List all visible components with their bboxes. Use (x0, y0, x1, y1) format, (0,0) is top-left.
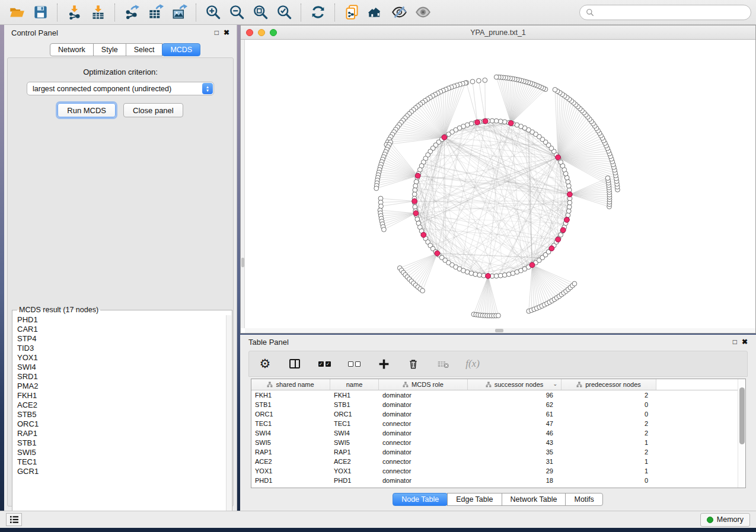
zoom-in-button[interactable] (201, 2, 225, 23)
tab-style[interactable]: Style (93, 43, 126, 56)
houses-icon (368, 4, 384, 20)
mcds-result-item[interactable]: CAR1 (13, 325, 225, 334)
mcds-result-item[interactable]: STP4 (13, 334, 225, 344)
deselect-all-rows-button[interactable] (346, 356, 362, 371)
mcds-result-item[interactable]: YOX1 (13, 353, 225, 363)
table-row[interactable]: RAP1RAP1dominator352 (251, 447, 656, 457)
mcds-result-item[interactable]: GCR1 (13, 467, 225, 476)
mcds-result-item[interactable]: STB1 (13, 438, 225, 448)
tree-icon (267, 382, 273, 387)
mcds-result-item[interactable]: SRD1 (13, 372, 225, 382)
unchecked-boxes-icon (348, 361, 361, 367)
function-builder-button[interactable]: f(x) (465, 356, 480, 371)
network-graph[interactable] (241, 40, 755, 333)
zoom-fit-button[interactable] (248, 2, 272, 23)
network-vertical-scrollbar[interactable] (241, 40, 245, 328)
table-row[interactable]: FKH1FKH1dominator962 (251, 390, 656, 400)
delete-column-button[interactable] (406, 356, 421, 371)
mcds-result-scrollbar[interactable] (226, 315, 231, 525)
tab-mcds[interactable]: MCDS (162, 43, 200, 56)
table-settings-button[interactable]: ⚙ (257, 356, 273, 371)
show-panels-button[interactable] (6, 513, 22, 526)
select-all-rows-button[interactable]: ✓✓ (317, 356, 332, 371)
criterion-selected-value: largest connected component (undirected) (33, 85, 171, 93)
table-row[interactable]: TEC1TEC1connector472 (251, 419, 656, 428)
tab-select[interactable]: Select (126, 43, 163, 56)
network-horizontal-scrollbar[interactable] (245, 328, 755, 333)
apply-preferred-layout-button[interactable] (306, 2, 330, 23)
zoom-out-button[interactable] (225, 2, 248, 23)
zoom-selected-button[interactable] (272, 2, 296, 23)
open-session-button[interactable] (5, 2, 28, 23)
network-window: YPA_prune.txt_1 (240, 25, 756, 334)
tab-network[interactable]: Network (50, 43, 94, 56)
mcds-result-item[interactable]: TEC1 (13, 457, 225, 467)
tab-network-table[interactable]: Network Table (502, 493, 566, 506)
show-all-button[interactable] (411, 2, 435, 23)
export-image-button[interactable] (167, 2, 191, 23)
mcds-result-item[interactable]: SWI4 (13, 363, 225, 372)
mcds-result-item[interactable]: TID3 (13, 344, 225, 353)
tab-edge-table[interactable]: Edge Table (447, 493, 502, 506)
network-vertical-scrollbar-thumb[interactable] (241, 258, 244, 267)
delete-table-button[interactable] (435, 356, 451, 371)
add-column-button[interactable] (376, 356, 391, 371)
network-from-selection-button[interactable] (340, 2, 363, 23)
save-session-button[interactable] (28, 2, 52, 23)
table-row[interactable]: STB1STB1dominator620 (251, 400, 656, 409)
table-row[interactable]: ORC1ORC1dominator610 (251, 409, 656, 419)
mcds-result-item[interactable]: PMA2 (13, 382, 225, 391)
run-mcds-button[interactable]: Run MCDS (58, 103, 116, 117)
mcds-result-item[interactable]: ORC1 (13, 419, 225, 429)
tab-motifs[interactable]: Motifs (565, 493, 602, 506)
mcds-result-item[interactable]: RAP1 (13, 429, 225, 438)
table-row[interactable]: SWI4SWI4dominator462 (251, 428, 656, 438)
export-table-button[interactable] (143, 2, 167, 23)
mcds-result-item[interactable]: SWI5 (13, 448, 225, 457)
mcds-result-item[interactable]: STB5 (13, 410, 225, 419)
mcds-result-item[interactable]: PHD1 (13, 315, 225, 325)
column-header-shared-name[interactable]: shared name (251, 379, 330, 390)
toolbar-separator (57, 4, 58, 21)
function-icon: f(x) (465, 358, 480, 370)
column-header-successor-nodes[interactable]: successor nodes⌄ (468, 379, 562, 390)
control-panel-tabs: Network Style Select MCDS (50, 43, 200, 56)
zoom-in-icon (205, 4, 221, 20)
table-row[interactable]: ACE2ACE2connector311 (251, 457, 656, 466)
table-row[interactable]: YOX1YOX1connector291 (251, 466, 656, 476)
import-network-button[interactable] (62, 2, 86, 23)
table-scrollbar-thumb[interactable] (739, 387, 745, 444)
table-panel-title: Table Panel (248, 338, 289, 347)
hide-selected-button[interactable] (387, 2, 411, 23)
list-icon (9, 515, 19, 524)
close-panel-button[interactable]: Close panel (123, 103, 183, 117)
toolbar-separator (301, 4, 301, 21)
tab-node-table[interactable]: Node Table (393, 493, 448, 506)
checked-boxes-icon: ✓✓ (318, 361, 331, 367)
tree-icon (576, 382, 582, 387)
close-table-panel-icon[interactable]: ✖ (742, 338, 748, 345)
first-neighbors-button[interactable] (363, 2, 387, 23)
network-horizontal-scrollbar-thumb[interactable] (495, 329, 503, 332)
table-scrollbar[interactable] (738, 379, 745, 488)
column-header-mcds-role[interactable]: MCDS role (379, 379, 468, 390)
memory-button[interactable]: Memory (700, 513, 750, 527)
network-window-titlebar[interactable]: YPA_prune.txt_1 (241, 25, 755, 40)
float-panel-icon[interactable]: □ (215, 29, 219, 36)
network-canvas[interactable] (241, 40, 755, 333)
mcds-result-item[interactable]: ACE2 (13, 400, 225, 410)
export-network-icon (124, 4, 140, 20)
column-header-name[interactable]: name (330, 379, 379, 390)
criterion-select[interactable]: largest connected component (undirected)… (27, 82, 214, 95)
export-network-button[interactable] (120, 2, 143, 23)
table-row[interactable]: PHD1PHD1dominator180 (251, 476, 656, 485)
mcds-result-item[interactable]: FKH1 (13, 391, 225, 400)
search-input[interactable] (598, 8, 745, 17)
column-selector-button[interactable] (287, 356, 302, 371)
import-table-button[interactable] (86, 2, 110, 23)
float-table-panel-icon[interactable]: □ (733, 338, 737, 345)
column-header-predecessor-nodes[interactable]: predecessor nodes (562, 379, 656, 390)
table-panel: Table Panel □✖ ⚙ ✓✓ f(x) shared name nam… (240, 335, 756, 511)
table-row[interactable]: SWI5SWI5connector431 (251, 438, 656, 447)
close-panel-icon[interactable]: ✖ (224, 29, 229, 36)
